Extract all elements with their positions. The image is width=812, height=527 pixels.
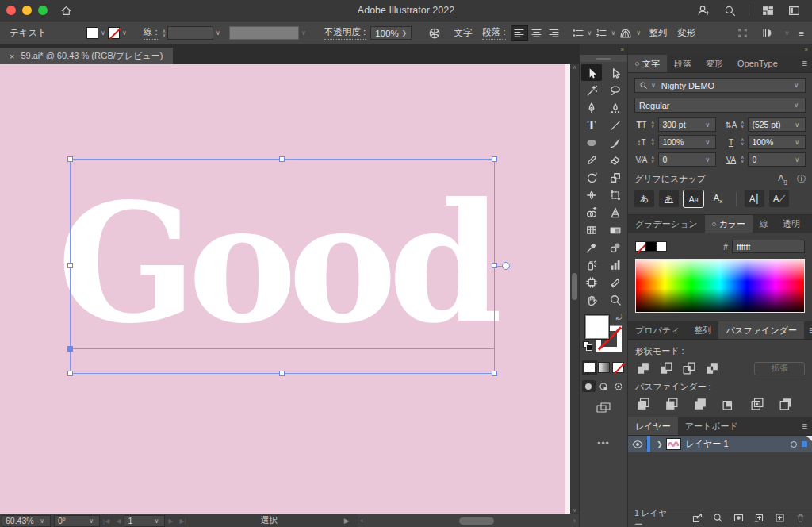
rotation-select[interactable]: 0°∨: [54, 515, 100, 527]
baseline-handle[interactable]: [67, 346, 73, 352]
make-clipping-mask-icon[interactable]: [733, 513, 744, 525]
character-panel-link[interactable]: 文字: [454, 27, 472, 39]
layer-thumbnail[interactable]: [666, 438, 681, 450]
gradient-button[interactable]: [598, 362, 610, 373]
selection-handle-nw[interactable]: [67, 156, 73, 162]
collect-for-export-icon[interactable]: [692, 513, 703, 525]
isolate-selection-icon[interactable]: [737, 28, 748, 38]
search-icon[interactable]: [724, 5, 736, 17]
canvas[interactable]: Good ∧ ∨: [0, 64, 579, 514]
stroke-color-swatch[interactable]: [108, 27, 120, 39]
artboard-tool[interactable]: [581, 274, 602, 290]
screen-mode-icon[interactable]: [596, 402, 611, 417]
next-artboard-icon[interactable]: ▶: [168, 517, 173, 525]
new-layer-icon[interactable]: [775, 513, 785, 525]
snap-baseline-button[interactable]: あ: [659, 190, 679, 207]
fill-indicator[interactable]: [584, 314, 610, 340]
pathfinder-panel-menu-icon[interactable]: ≡: [804, 321, 812, 339]
panel-options-icon[interactable]: [762, 28, 775, 38]
selection-handle-n[interactable]: [279, 156, 285, 162]
home-icon[interactable]: [60, 5, 72, 17]
symbol-sprayer-tool[interactable]: [581, 256, 602, 273]
width-tool[interactable]: [581, 187, 602, 203]
stroke-weight-dropdown-icon[interactable]: ∨: [216, 29, 220, 37]
scroll-up-icon[interactable]: ∧: [573, 64, 576, 71]
font-style-field[interactable]: Regular ∨: [634, 98, 806, 113]
horizontal-scale-control[interactable]: T ∧∨ 100%∨: [724, 135, 806, 149]
slice-tool[interactable]: [605, 274, 626, 290]
stroke-weight-label[interactable]: 線 :: [144, 26, 158, 40]
intersect-button[interactable]: [681, 361, 697, 375]
selection-tool[interactable]: [581, 64, 602, 81]
toolbar-header[interactable]: »: [580, 44, 627, 55]
tab-opentype[interactable]: OpenType: [730, 55, 785, 72]
minimize-window-button[interactable]: [22, 6, 32, 15]
expand-button[interactable]: 拡張: [754, 362, 805, 375]
profile-dropdown-icon[interactable]: ∨: [301, 29, 306, 37]
stroke-dropdown-icon[interactable]: ∨: [122, 29, 127, 37]
zoom-window-button[interactable]: [38, 6, 48, 15]
merge-button[interactable]: [692, 397, 708, 411]
new-sublayer-icon[interactable]: [754, 513, 764, 525]
eraser-tool[interactable]: [605, 152, 626, 168]
snap-anchor-button[interactable]: A⟋: [769, 190, 789, 207]
align-left-button[interactable]: [511, 25, 528, 41]
dock-header[interactable]: »: [628, 44, 812, 55]
document-tab[interactable]: × 59.ai* @ 60.43 % (RGB/プレビュー): [0, 48, 173, 64]
exclude-button[interactable]: [704, 361, 720, 375]
stroke-weight-field[interactable]: [167, 26, 213, 40]
visibility-eye-icon[interactable]: [628, 440, 647, 449]
hand-tool[interactable]: [581, 291, 602, 308]
scroll-right-icon[interactable]: ›: [573, 517, 576, 525]
white-swatch[interactable]: [656, 241, 667, 252]
vertical-scale-control[interactable]: ↕T ∧∨ 100%∨: [634, 135, 716, 149]
crop-button[interactable]: [721, 397, 737, 411]
tab-align[interactable]: 整列: [687, 321, 718, 339]
edit-toolbar-icon[interactable]: •••: [597, 438, 610, 449]
corner-widget-handle[interactable]: [502, 262, 510, 270]
envelope-distort-icon[interactable]: [619, 28, 632, 39]
curvature-tool[interactable]: [605, 99, 626, 116]
hex-value-field[interactable]: ffffff: [732, 240, 805, 253]
graph-tool[interactable]: [605, 256, 626, 273]
selection-handle-se[interactable]: [492, 371, 497, 376]
tab-transparency[interactable]: 透明: [776, 215, 807, 233]
ellipse-tool[interactable]: [581, 134, 602, 151]
last-artboard-icon[interactable]: ▶|: [180, 517, 186, 525]
glyph-options-icon[interactable]: Ag: [778, 173, 787, 185]
tab-gradient[interactable]: グラデーション: [628, 215, 705, 233]
snap-glyph-bounds-button[interactable]: Ag: [684, 190, 703, 207]
tab-character[interactable]: 文字: [628, 55, 667, 72]
tab-layers[interactable]: レイヤー: [628, 417, 678, 435]
line-segment-tool[interactable]: [605, 117, 626, 133]
info-icon[interactable]: ⓘ: [797, 173, 806, 185]
unite-button[interactable]: [635, 361, 651, 375]
character-panel-menu-icon[interactable]: ≡: [797, 55, 812, 72]
tab-paragraph[interactable]: 段落: [667, 55, 699, 72]
tracking-control[interactable]: VA ∧∨ 0∨: [724, 152, 806, 167]
opacity-label[interactable]: 不透明度 :: [324, 26, 366, 40]
blend-tool[interactable]: [605, 239, 626, 256]
scroll-left-icon[interactable]: ‹: [361, 517, 363, 525]
trim-button[interactable]: [664, 397, 680, 411]
horizontal-scrollbar-thumb[interactable]: [459, 517, 494, 525]
tab-properties[interactable]: プロパティ: [628, 321, 687, 339]
layers-empty-area[interactable]: [628, 452, 812, 510]
align-panel-link[interactable]: 整列: [649, 27, 667, 39]
delete-layer-icon[interactable]: [795, 513, 806, 525]
layer-row[interactable]: ❯ レイヤー 1: [628, 436, 812, 452]
align-center-button[interactable]: [528, 25, 546, 41]
lasso-tool[interactable]: [605, 82, 626, 98]
shape-builder-tool[interactable]: [581, 204, 602, 221]
fill-color-swatch[interactable]: [86, 27, 98, 39]
none-swatch[interactable]: [635, 241, 646, 252]
selection-handle-s[interactable]: [279, 371, 285, 376]
magic-wand-tool[interactable]: [581, 82, 602, 98]
options-dropdown-icon[interactable]: ∨: [784, 29, 789, 37]
color-spectrum[interactable]: [635, 259, 805, 313]
font-style-dropdown-icon[interactable]: ∨: [794, 102, 799, 109]
stroke-weight-stepper[interactable]: ∧∨: [163, 29, 166, 37]
transform-panel-link[interactable]: 変形: [677, 27, 695, 39]
vertical-scrollbar-thumb[interactable]: [572, 273, 577, 300]
tab-transform[interactable]: 変形: [699, 55, 730, 72]
